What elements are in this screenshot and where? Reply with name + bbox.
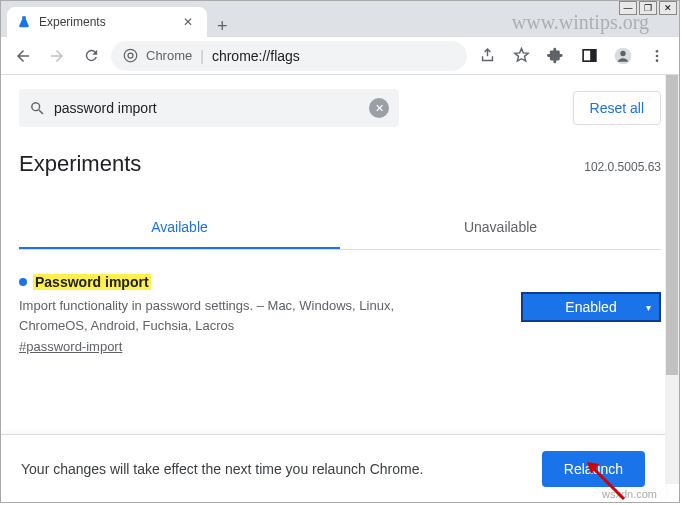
svg-point-7 [656, 54, 659, 57]
browser-tab-strip: Experiments ✕ + — ❐ ✕ [1, 1, 679, 37]
flags-search-box[interactable]: ✕ [19, 89, 399, 127]
menu-icon[interactable] [643, 42, 671, 70]
reset-all-button[interactable]: Reset all [573, 91, 661, 125]
chrome-logo-icon [123, 48, 138, 63]
tab-title: Experiments [39, 15, 171, 29]
tab-unavailable[interactable]: Unavailable [340, 207, 661, 249]
window-close-button[interactable]: ✕ [659, 1, 677, 15]
flag-title: Password import [33, 274, 151, 290]
svg-point-6 [656, 50, 659, 53]
side-panel-icon[interactable] [575, 42, 603, 70]
window-maximize-button[interactable]: ❐ [639, 1, 657, 15]
profile-icon[interactable] [609, 42, 637, 70]
share-icon[interactable] [473, 42, 501, 70]
svg-point-1 [128, 53, 133, 58]
flag-item: Password import Import functionality in … [19, 250, 661, 373]
chevron-down-icon: ▾ [646, 302, 651, 313]
scrollbar-thumb[interactable] [666, 75, 678, 375]
window-minimize-button[interactable]: — [619, 1, 637, 15]
flag-description: Import functionality in password setting… [19, 296, 459, 335]
search-icon [29, 100, 46, 117]
url-path: chrome://flags [212, 48, 300, 64]
chrome-version-label: 102.0.5005.63 [584, 160, 661, 174]
tabs-row: Available Unavailable [19, 207, 661, 250]
extensions-icon[interactable] [541, 42, 569, 70]
reload-button[interactable] [77, 42, 105, 70]
search-input[interactable] [54, 100, 361, 116]
relaunch-button[interactable]: Relaunch [542, 451, 645, 487]
flag-state-label: Enabled [565, 299, 616, 315]
flag-anchor-link[interactable]: #password-import [19, 339, 122, 354]
address-bar[interactable]: Chrome | chrome://flags [111, 41, 467, 71]
page-content: ✕ Reset all Experiments 102.0.5005.63 Av… [1, 75, 679, 502]
clear-search-icon[interactable]: ✕ [369, 98, 389, 118]
flag-state-dropdown[interactable]: Enabled ▾ [521, 292, 661, 322]
forward-button[interactable] [43, 42, 71, 70]
back-button[interactable] [9, 42, 37, 70]
url-scheme-label: Chrome [146, 48, 192, 63]
modified-dot-icon [19, 278, 27, 286]
page-title: Experiments [19, 151, 141, 177]
relaunch-message: Your changes will take effect the next t… [21, 461, 530, 477]
svg-point-0 [124, 49, 137, 62]
tab-close-icon[interactable]: ✕ [179, 14, 197, 30]
svg-point-5 [620, 50, 625, 55]
svg-point-8 [656, 59, 659, 62]
browser-tab[interactable]: Experiments ✕ [7, 7, 207, 37]
scrollbar[interactable] [665, 75, 679, 484]
bookmark-icon[interactable] [507, 42, 535, 70]
relaunch-bar: Your changes will take effect the next t… [1, 434, 665, 502]
new-tab-button[interactable]: + [207, 16, 238, 37]
browser-toolbar: Chrome | chrome://flags [1, 37, 679, 75]
svg-rect-3 [590, 50, 596, 61]
tab-available[interactable]: Available [19, 207, 340, 249]
url-separator: | [200, 48, 204, 64]
flask-icon [17, 15, 31, 29]
